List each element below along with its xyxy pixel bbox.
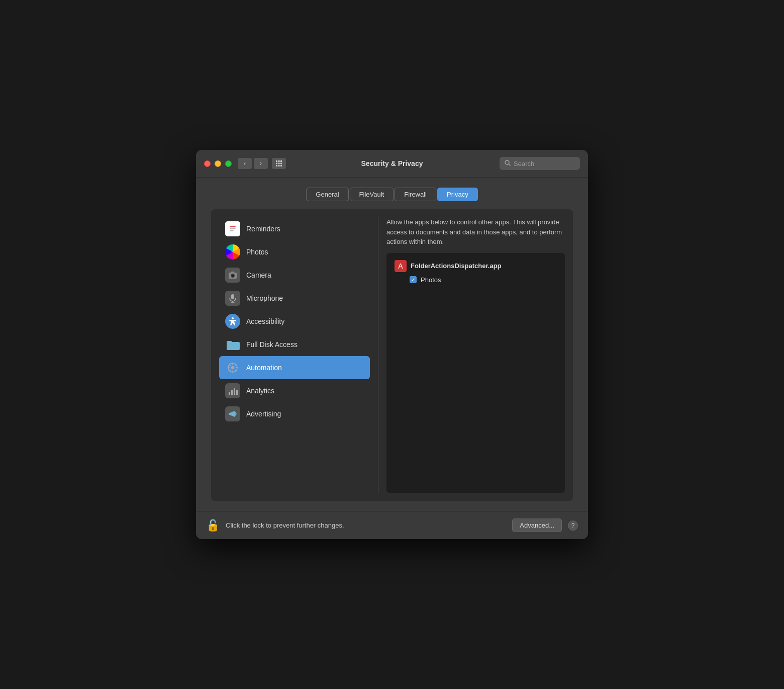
main-window: ‹ › Security & Privacy xyxy=(196,150,588,539)
svg-rect-5 xyxy=(280,163,282,164)
forward-button[interactable]: › xyxy=(254,158,268,169)
svg-rect-28 xyxy=(236,390,238,395)
reminders-icon xyxy=(225,221,240,236)
tab-general[interactable]: General xyxy=(306,188,348,201)
sidebar-label-analytics: Analytics xyxy=(246,387,274,395)
sidebar-label-microphone: Microphone xyxy=(246,294,283,302)
svg-point-9 xyxy=(505,160,509,164)
grid-button[interactable] xyxy=(272,158,286,169)
tab-filevault[interactable]: FileVault xyxy=(350,188,394,201)
sidebar-label-camera: Camera xyxy=(246,271,271,279)
sidebar-label-accessibility: Accessibility xyxy=(246,317,284,325)
svg-point-24 xyxy=(231,366,234,369)
maximize-button[interactable] xyxy=(225,160,232,167)
svg-point-17 xyxy=(232,275,234,277)
photos-icon xyxy=(225,244,240,260)
sidebar-item-automation[interactable]: Automation xyxy=(219,356,370,379)
lock-text: Click the lock to prevent further change… xyxy=(226,522,506,529)
sidebar-item-camera[interactable]: Camera xyxy=(219,264,370,287)
main-panel: Reminders Photos xyxy=(211,209,573,501)
svg-rect-26 xyxy=(231,390,233,395)
svg-rect-8 xyxy=(280,165,282,166)
traffic-lights xyxy=(204,160,232,167)
svg-rect-1 xyxy=(278,160,280,162)
sidebar-item-fulldisk[interactable]: Full Disk Access xyxy=(219,333,370,356)
tab-privacy[interactable]: Privacy xyxy=(437,188,478,201)
bottom-bar: 🔓 Click the lock to prevent further chan… xyxy=(196,511,588,539)
search-box[interactable] xyxy=(500,157,580,170)
sidebar-label-photos: Photos xyxy=(246,248,268,256)
app-item: A FolderActionsDispatcher.app xyxy=(391,258,560,274)
lock-icon[interactable]: 🔓 xyxy=(206,519,220,532)
sidebar-item-analytics[interactable]: Analytics xyxy=(219,379,370,402)
svg-rect-27 xyxy=(234,388,235,395)
svg-rect-2 xyxy=(280,160,282,162)
sidebar-item-reminders[interactable]: Reminders xyxy=(219,217,370,240)
svg-rect-25 xyxy=(229,392,230,395)
window-title: Security & Privacy xyxy=(361,159,423,167)
sidebar-item-advertising[interactable]: Advertising xyxy=(219,402,370,425)
svg-point-22 xyxy=(232,317,234,319)
sub-item-label: Photos xyxy=(421,276,441,284)
sidebar-divider xyxy=(378,217,378,493)
microphone-icon xyxy=(225,291,240,306)
svg-rect-0 xyxy=(276,160,277,162)
tabs: General FileVault Firewall Privacy xyxy=(211,188,573,201)
close-button[interactable] xyxy=(204,160,211,167)
sidebar-label-automation: Automation xyxy=(246,364,282,372)
photos-checkbox[interactable]: ✓ xyxy=(410,276,417,283)
svg-rect-6 xyxy=(276,165,277,166)
tab-firewall[interactable]: Firewall xyxy=(395,188,436,201)
svg-text:A: A xyxy=(398,262,403,270)
fulldisk-icon xyxy=(225,337,240,352)
back-button[interactable]: ‹ xyxy=(238,158,252,169)
titlebar: ‹ › Security & Privacy xyxy=(196,150,588,178)
help-button[interactable]: ? xyxy=(568,521,578,531)
sidebar-label-advertising: Advertising xyxy=(246,410,281,418)
svg-rect-3 xyxy=(276,163,277,164)
automation-icon xyxy=(225,360,240,375)
analytics-icon xyxy=(225,383,240,398)
nav-buttons: ‹ › xyxy=(238,158,286,169)
svg-rect-4 xyxy=(278,163,280,164)
search-input[interactable] xyxy=(514,160,575,167)
sidebar-label-fulldisk: Full Disk Access xyxy=(246,340,298,349)
sidebar-item-accessibility[interactable]: Accessibility xyxy=(219,310,370,333)
sidebar: Reminders Photos xyxy=(219,217,370,493)
minimize-button[interactable] xyxy=(215,160,221,167)
sub-item: ✓ Photos xyxy=(391,274,560,286)
app-name: FolderActionsDispatcher.app xyxy=(411,262,502,270)
camera-icon xyxy=(225,268,240,283)
description-text: Allow the apps below to control other ap… xyxy=(386,217,565,247)
svg-line-10 xyxy=(509,164,511,166)
svg-rect-19 xyxy=(231,294,234,299)
sidebar-item-microphone[interactable]: Microphone xyxy=(219,287,370,310)
accessibility-icon xyxy=(225,314,240,329)
svg-rect-29 xyxy=(229,413,231,415)
advanced-button[interactable]: Advanced... xyxy=(512,519,562,532)
content-area: General FileVault Firewall Privacy xyxy=(196,178,588,511)
search-icon xyxy=(505,159,511,168)
advertising-icon xyxy=(225,406,240,421)
app-list: A FolderActionsDispatcher.app ✓ Photos xyxy=(386,253,565,493)
app-icon: A xyxy=(395,260,407,272)
right-panel: Allow the apps below to control other ap… xyxy=(386,217,565,493)
sidebar-label-reminders: Reminders xyxy=(246,225,280,233)
svg-rect-7 xyxy=(278,165,280,166)
sidebar-item-photos[interactable]: Photos xyxy=(219,240,370,264)
svg-rect-18 xyxy=(231,272,234,273)
